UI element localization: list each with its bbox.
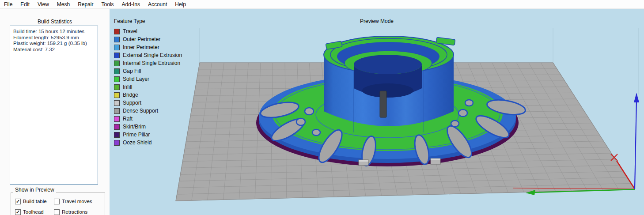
menu-item-view[interactable]: View (34, 0, 53, 9)
show-in-preview-checkboxes: ✓Build tableTravel moves✓ToolheadRetract… (15, 198, 105, 215)
legend-item-raft: Raft (114, 115, 182, 123)
application-window: FileEditViewMeshRepairToolsAdd-InsAccoun… (0, 0, 644, 215)
feature-type-title: Feature Type (114, 18, 182, 24)
menu-item-edit[interactable]: Edit (16, 0, 34, 9)
legend-item-label: Travel (123, 28, 137, 34)
legend-item-label: Inner Perimeter (123, 44, 159, 50)
preview-viewport[interactable]: Preview Mode Feature Type TravelOuter Pe… (110, 9, 644, 215)
legend-color-swatch (114, 108, 120, 114)
legend-item-external-single-extrusion: External Single Extrusion (114, 51, 182, 59)
legend-color-swatch (114, 29, 120, 34)
build-statistics-title: Build Statistics (0, 19, 110, 25)
checkbox-box[interactable] (54, 199, 60, 204)
checkbox-toolhead[interactable]: ✓Toolhead (15, 208, 54, 215)
build-statistics-box: Build time: 15 hours 12 minutesFilament … (10, 26, 98, 185)
menu-item-tools[interactable]: Tools (98, 0, 118, 9)
stat-line: Build time: 15 hours 12 minutes (13, 29, 95, 35)
checkbox-label: Build table (23, 199, 47, 204)
legend-item-travel: Travel (114, 27, 182, 35)
legend-item-solid-layer: Solid Layer (114, 75, 182, 83)
legend-item-label: Raft (123, 116, 133, 122)
legend-item-dense-support: Dense Support (114, 107, 182, 115)
legend-color-swatch (114, 76, 120, 82)
checkbox-retractions[interactable]: Retractions (54, 208, 105, 215)
menu-item-mesh[interactable]: Mesh (53, 0, 74, 9)
legend-item-inner-perimeter: Inner Perimeter (114, 43, 182, 51)
checkbox-label: Retractions (62, 209, 87, 215)
menu-item-account[interactable]: Account (144, 0, 171, 9)
legend-item-outer-perimeter: Outer Perimeter (114, 35, 182, 43)
show-in-preview-label: Show in Preview (13, 187, 56, 193)
legend-color-swatch (114, 92, 120, 98)
legend-item-label: Gap Fill (123, 68, 141, 74)
legend-color-swatch (114, 37, 120, 42)
stat-line: Material cost: 7.32 (13, 47, 95, 53)
legend-item-prime-pillar: Prime Pillar (114, 131, 182, 139)
feature-type-legend: Feature Type TravelOuter PerimeterInner … (114, 18, 182, 147)
legend-item-support: Support (114, 99, 182, 107)
spool-model (256, 36, 527, 167)
menu-item-help[interactable]: Help (171, 0, 190, 9)
z-axis-line (635, 100, 636, 189)
checkbox-box[interactable]: ✓ (15, 209, 21, 215)
legend-color-swatch (114, 140, 120, 146)
legend-item-label: External Single Extrusion (123, 52, 182, 58)
hub-bore-bottom (362, 83, 413, 98)
legend-item-label: Prime Pillar (123, 132, 150, 138)
legend-item-infill: Infill (114, 83, 182, 91)
checkbox-label: Travel moves (62, 199, 92, 204)
hub-key-slot (380, 91, 386, 117)
legend-item-internal-single-extrusion: Internal Single Extrusion (114, 59, 182, 67)
menu-item-add-ins[interactable]: Add-Ins (118, 0, 144, 9)
checkbox-label: Toolhead (23, 209, 44, 215)
legend-item-label: Infill (123, 84, 132, 90)
3d-scene[interactable] (110, 9, 644, 215)
legend-item-skirt-brim: Skirt/Brim (114, 123, 182, 131)
legend-item-label: Dense Support (123, 108, 158, 114)
legend-item-label: Skirt/Brim (123, 124, 146, 130)
menu-item-repair[interactable]: Repair (74, 0, 97, 9)
legend-color-swatch (114, 116, 120, 122)
legend-color-swatch (114, 100, 120, 106)
legend-color-swatch (114, 68, 120, 74)
menu-item-file[interactable]: File (0, 0, 16, 9)
legend-item-bridge: Bridge (114, 91, 182, 99)
checkbox-box[interactable]: ✓ (15, 199, 21, 204)
hub-bore-top (354, 55, 422, 74)
checkbox-build-table[interactable]: ✓Build table (15, 198, 54, 205)
stat-line: Filament length: 52953.9 mm (13, 35, 95, 41)
legend-item-label: Internal Single Extrusion (123, 60, 180, 66)
legend-item-label: Outer Perimeter (123, 36, 160, 42)
legend-color-swatch (114, 60, 120, 66)
legend-color-swatch (114, 53, 120, 58)
legend-color-swatch (114, 132, 120, 138)
legend-item-ooze-shield: Ooze Shield (114, 139, 182, 147)
legend-item-label: Ooze Shield (123, 140, 152, 146)
legend-color-swatch (114, 124, 120, 130)
checkbox-box[interactable] (54, 209, 60, 215)
legend-item-label: Bridge (123, 92, 138, 98)
checkbox-travel-moves[interactable]: Travel moves (54, 198, 105, 205)
legend-color-swatch (114, 84, 120, 90)
stat-line: Plastic weight: 159.21 g (0.35 lb) (13, 41, 95, 47)
left-panel: Build Statistics Build time: 15 hours 12… (0, 9, 110, 215)
legend-color-swatch (114, 45, 120, 50)
legend-item-gap-fill: Gap Fill (114, 67, 182, 75)
legend-item-label: Solid Layer (123, 76, 149, 82)
menu-bar: FileEditViewMeshRepairToolsAdd-InsAccoun… (0, 0, 644, 9)
legend-item-label: Support (123, 100, 141, 106)
